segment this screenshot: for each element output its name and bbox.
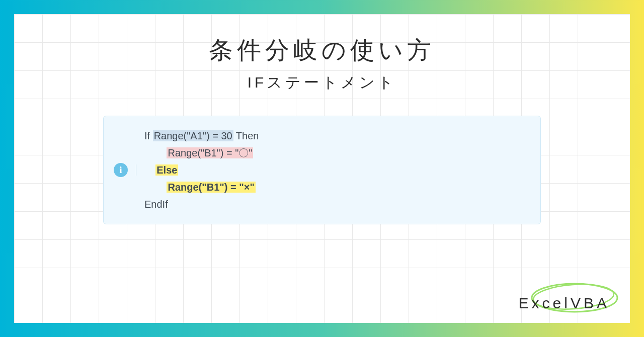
code-l2-true-branch: Range("B1") = "〇" [167,147,253,158]
code-info-box: i If Range("A1") = 30 Then Range("B1") =… [103,116,541,224]
code-block: If Range("A1") = 30 Then Range("B1") = "… [144,127,259,213]
page-subtitle: IFステートメント [14,72,630,93]
code-l5-endif: EndIf [144,199,168,210]
code-l1-pre: If [144,130,153,141]
code-l4-false-branch: Range("B1") = "×" [167,182,255,193]
code-l1-post: Then [233,130,259,141]
logo-text: ExcelVBA [519,295,610,312]
page-canvas: 条件分岐の使い方 IFステートメント i If Range("A1") = 30… [14,14,630,323]
subtitle-highlighted-if: IF [248,74,267,91]
info-divider [136,164,136,176]
code-l3-else: Else [155,164,178,176]
code-l1-condition: Range("A1") = 30 [153,130,233,141]
code-l2-indent [144,147,167,158]
page-title: 条件分岐の使い方 [14,14,630,66]
subtitle-rest: ステートメント [267,74,396,91]
info-icon: i [114,163,128,177]
code-l3-indent [144,164,155,176]
code-l4-indent [144,182,167,193]
